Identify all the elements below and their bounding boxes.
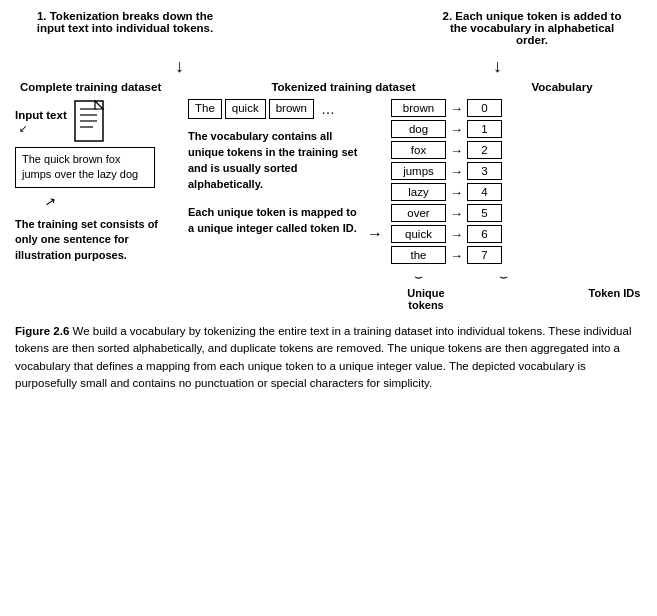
col2-header: Tokenized training dataset bbox=[244, 81, 444, 93]
vocab-arrow-icon: → bbox=[450, 122, 463, 137]
token-id-arrow: → bbox=[367, 225, 383, 243]
vocab-row: jumps→3 bbox=[391, 162, 642, 180]
vocab-word: jumps bbox=[391, 162, 446, 180]
vocab-word: brown bbox=[391, 99, 446, 117]
token-the: The bbox=[188, 99, 222, 119]
step2-arrow: ↓ bbox=[493, 56, 502, 77]
vocab-word: dog bbox=[391, 120, 446, 138]
input-text-label: Input text bbox=[15, 109, 67, 121]
vocab-row: fox→2 bbox=[391, 141, 642, 159]
unique-tokens-label: Unique tokens bbox=[391, 287, 461, 311]
vocab-arrow-icon: → bbox=[450, 164, 463, 179]
vocab-footer: Unique tokens Token IDs bbox=[391, 287, 642, 311]
step-labels: 1. Tokenization breaks down the input te… bbox=[15, 10, 642, 46]
vocab-number: 6 bbox=[467, 225, 502, 243]
vocab-list: brown→0dog→1fox→2jumps→3lazy→4over→5quic… bbox=[391, 99, 642, 264]
caption-text: We build a vocabulary by tokenizing the … bbox=[15, 325, 631, 389]
vocab-arrow-icon: → bbox=[450, 143, 463, 158]
col1-header: Complete training dataset bbox=[20, 81, 190, 93]
token-quick: quick bbox=[225, 99, 266, 119]
token-ellipsis: … bbox=[317, 99, 339, 119]
vocab-note: The vocabulary contains all unique token… bbox=[188, 129, 363, 193]
vocab-word: over bbox=[391, 204, 446, 222]
vocab-word: fox bbox=[391, 141, 446, 159]
vocab-word: the bbox=[391, 246, 446, 264]
main-content: Input text ↙ The quick brown fox jum bbox=[15, 99, 642, 311]
col3-header: Vocabulary bbox=[487, 81, 637, 93]
vocab-arrow-icon: → bbox=[450, 206, 463, 221]
col2: The quick brown … The vocabulary contain… bbox=[188, 99, 383, 243]
vocab-row: dog→1 bbox=[391, 120, 642, 138]
vocab-row: brown→0 bbox=[391, 99, 642, 117]
caption-bold: Figure 2.6 bbox=[15, 325, 69, 337]
training-set-note: The training set consists of only one se… bbox=[15, 217, 180, 263]
sentence-box: The quick brown fox jumps over the lazy … bbox=[15, 147, 155, 188]
vocab-number: 7 bbox=[467, 246, 502, 264]
vocab-row: quick→6 bbox=[391, 225, 642, 243]
vocab-row: the→7 bbox=[391, 246, 642, 264]
step1-label: 1. Tokenization breaks down the input te… bbox=[35, 10, 215, 46]
col1: Input text ↙ The quick brown fox jum bbox=[15, 99, 180, 263]
col3-vocab: brown→0dog→1fox→2jumps→3lazy→4over→5quic… bbox=[391, 99, 642, 311]
token-brown: brown bbox=[269, 99, 314, 119]
step2-label: 2. Each unique token is added to the voc… bbox=[442, 10, 622, 46]
vocab-number: 5 bbox=[467, 204, 502, 222]
token-ids-label: Token IDs bbox=[587, 287, 642, 311]
vocab-word: lazy bbox=[391, 183, 446, 201]
column-headers: Complete training dataset Tokenized trai… bbox=[15, 81, 642, 93]
vocab-arrow-icon: → bbox=[450, 185, 463, 200]
vocab-arrow-icon: → bbox=[450, 248, 463, 263]
svg-marker-5 bbox=[95, 101, 103, 109]
vocab-row: lazy→4 bbox=[391, 183, 642, 201]
vocab-number: 3 bbox=[467, 162, 502, 180]
vocab-number: 1 bbox=[467, 120, 502, 138]
figure-caption: Figure 2.6 We build a vocabulary by toke… bbox=[15, 323, 642, 392]
document-icon bbox=[73, 99, 109, 143]
vocab-number: 2 bbox=[467, 141, 502, 159]
vocab-row: over→5 bbox=[391, 204, 642, 222]
vocab-arrow-icon: → bbox=[450, 101, 463, 116]
step1-arrow: ↓ bbox=[175, 56, 184, 77]
diagram: 1. Tokenization breaks down the input te… bbox=[15, 10, 642, 392]
vocab-number: 4 bbox=[467, 183, 502, 201]
vocab-number: 0 bbox=[467, 99, 502, 117]
vocab-word: quick bbox=[391, 225, 446, 243]
vocab-arrow-icon: → bbox=[450, 227, 463, 242]
token-row: The quick brown … bbox=[188, 99, 383, 119]
token-id-note: Each unique token is mapped to a unique … bbox=[188, 205, 361, 237]
